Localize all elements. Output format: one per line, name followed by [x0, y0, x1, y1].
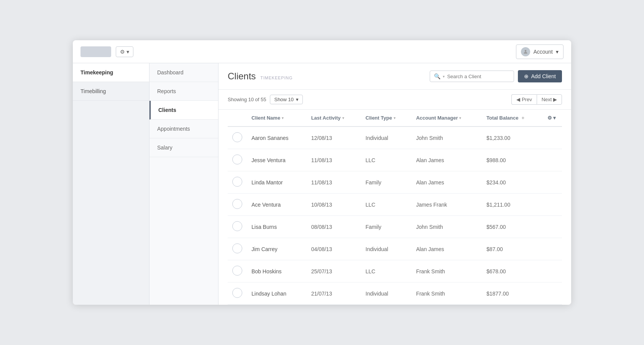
row-client-type: Individual — [361, 127, 412, 149]
row-actions — [543, 283, 562, 305]
col-client-type[interactable]: Client Type ▾ — [361, 110, 412, 127]
row-client-type: Individual — [361, 283, 412, 305]
account-button[interactable]: Account ▾ — [516, 44, 564, 59]
table-settings-icon: ⚙ — [547, 115, 552, 121]
row-total-balance: $1,211.00 — [482, 194, 543, 216]
row-actions — [543, 216, 562, 238]
row-actions — [543, 149, 562, 171]
search-icon: 🔍 — [434, 73, 440, 79]
row-client-name[interactable]: Bob Hoskins — [247, 260, 307, 283]
row-client-name[interactable]: Lindsay Lohan — [247, 283, 307, 305]
row-account-manager: John Smith — [411, 216, 482, 238]
sub-nav-item-dashboard[interactable]: Dashboard — [150, 63, 218, 82]
row-client-name[interactable]: Jesse Ventura — [247, 149, 307, 171]
col-settings[interactable]: ⚙ ▾ — [543, 110, 562, 127]
row-checkbox[interactable] — [232, 288, 242, 298]
next-button[interactable]: Next ▶ — [537, 94, 562, 105]
account-manager-sort-arrow: ▾ — [459, 116, 461, 120]
row-checkbox[interactable] — [232, 132, 242, 142]
col-client-name[interactable]: Client Name ▾ — [247, 110, 307, 127]
row-client-name[interactable]: Aaron Sananes — [247, 127, 307, 149]
main-layout: Timekeeping Timebilling Dashboard Report… — [73, 63, 571, 305]
row-total-balance: $234.00 — [482, 171, 543, 194]
row-checkbox[interactable] — [232, 243, 242, 253]
pagination: ◀ Prev Next ▶ — [511, 94, 562, 105]
search-dropdown-arrow: ▾ — [443, 74, 445, 79]
row-checkbox[interactable] — [232, 199, 242, 209]
prev-label: ◀ Prev — [516, 97, 532, 102]
row-last-activity: 11/08/13 — [307, 171, 361, 194]
prev-button[interactable]: ◀ Prev — [511, 94, 536, 105]
row-client-type: LLC — [361, 194, 412, 216]
sidebar-item-timebilling[interactable]: Timebilling — [73, 82, 149, 101]
page-title: Clients — [228, 71, 256, 82]
row-select-cell — [228, 216, 247, 238]
client-name-sort-arrow: ▾ — [282, 116, 284, 120]
table-body: Aaron Sananes 12/08/13 Individual John S… — [228, 127, 562, 305]
row-checkbox[interactable] — [232, 177, 242, 187]
row-client-name[interactable]: Jim Carrey — [247, 238, 307, 260]
row-account-manager: James Frank — [411, 194, 482, 216]
row-client-name[interactable]: Linda Mantor — [247, 171, 307, 194]
row-last-activity: 25/07/13 — [307, 260, 361, 283]
sidebar: Timekeeping Timebilling — [73, 63, 150, 305]
table-row: Linda Mantor 11/08/13 Family Alan James … — [228, 171, 562, 194]
row-last-activity: 12/08/13 — [307, 127, 361, 149]
row-client-name[interactable]: Lisa Burns — [247, 216, 307, 238]
row-checkbox[interactable] — [232, 154, 242, 164]
row-actions — [543, 238, 562, 260]
last-activity-sort-arrow: ▾ — [342, 116, 344, 120]
row-select-cell — [228, 194, 247, 216]
total-balance-plus-icon[interactable]: + — [521, 115, 524, 121]
top-nav-left: ⚙ ▾ — [80, 46, 133, 57]
table-row: Bob Hoskins 25/07/13 LLC Frank Smith $67… — [228, 260, 562, 283]
row-total-balance: $988.00 — [482, 149, 543, 171]
app-window: ⚙ ▾ Account ▾ Timekeeping Timebilling — [73, 40, 571, 305]
row-checkbox[interactable] — [232, 221, 242, 231]
gear-button[interactable]: ⚙ ▾ — [116, 46, 133, 57]
sub-nav-item-appointments[interactable]: Appointments — [150, 120, 218, 138]
add-client-button[interactable]: ⊕ Add Client — [518, 70, 562, 82]
row-checkbox[interactable] — [232, 266, 242, 276]
table-row: Aaron Sananes 12/08/13 Individual John S… — [228, 127, 562, 149]
sidebar-item-timekeeping[interactable]: Timekeeping — [73, 63, 149, 82]
search-box[interactable]: 🔍 ▾ — [430, 71, 514, 82]
table-controls: Showing 10 of 55 Show 10 ▾ ◀ Prev Next ▶ — [219, 90, 571, 110]
row-actions — [543, 260, 562, 283]
sub-nav: Dashboard Reports Clients Appointments S… — [150, 63, 219, 305]
row-actions — [543, 194, 562, 216]
top-nav: ⚙ ▾ Account ▾ — [73, 40, 571, 63]
row-total-balance: $678.00 — [482, 260, 543, 283]
row-select-cell — [228, 283, 247, 305]
row-last-activity: 04/08/13 — [307, 238, 361, 260]
show-select-arrow: ▾ — [296, 97, 299, 102]
content-header: Clients TIMEKEEPING 🔍 ▾ ⊕ Add Client — [219, 63, 571, 90]
logo — [80, 46, 111, 57]
add-client-label: Add Client — [531, 73, 556, 79]
sub-nav-item-reports[interactable]: Reports — [150, 82, 218, 101]
row-select-cell — [228, 127, 247, 149]
search-input[interactable] — [447, 74, 510, 79]
row-client-name[interactable]: Ace Ventura — [247, 194, 307, 216]
row-total-balance: $1877.00 — [482, 283, 543, 305]
col-last-activity[interactable]: Last Activity ▾ — [307, 110, 361, 127]
breadcrumb: TIMEKEEPING — [260, 76, 292, 80]
row-account-manager: Alan James — [411, 171, 482, 194]
row-client-type: LLC — [361, 149, 412, 171]
table-row: Ace Ventura 10/08/13 LLC James Frank $1,… — [228, 194, 562, 216]
col-account-manager[interactable]: Account Manager ▾ — [411, 110, 482, 127]
sub-nav-item-salary[interactable]: Salary — [150, 138, 218, 157]
table-row: Lisa Burns 08/08/13 Family John Smith $5… — [228, 216, 562, 238]
account-label: Account — [533, 49, 553, 55]
gear-dropdown-arrow: ▾ — [127, 49, 129, 55]
row-client-type: Family — [361, 171, 412, 194]
show-select-label: Show 10 — [274, 97, 294, 102]
table-header-row: Client Name ▾ Last Activity ▾ — [228, 110, 562, 127]
gear-icon: ⚙ — [120, 49, 125, 55]
clients-table: Client Name ▾ Last Activity ▾ — [219, 110, 571, 305]
col-total-balance: Total Balance + — [482, 110, 543, 127]
sub-nav-item-clients[interactable]: Clients — [150, 101, 218, 120]
row-actions — [543, 171, 562, 194]
row-client-type: Individual — [361, 238, 412, 260]
show-select[interactable]: Show 10 ▾ — [270, 95, 303, 104]
